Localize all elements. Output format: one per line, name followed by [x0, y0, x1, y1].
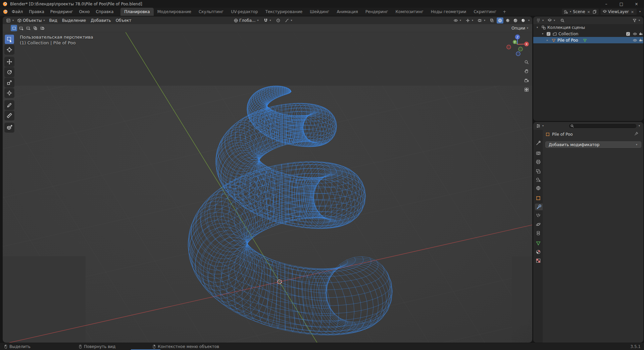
tab-particles[interactable]	[535, 212, 542, 219]
ortho-toggle-button[interactable]	[523, 86, 531, 94]
tab-shading[interactable]: Шейдинг	[306, 8, 333, 16]
scene-selector[interactable]: ▾ Scene ×	[562, 9, 599, 15]
pin-icon[interactable]	[634, 131, 639, 136]
menu-object[interactable]: Объект	[113, 18, 134, 23]
tool-measure-button[interactable]	[5, 111, 14, 120]
object-visibility-selector[interactable]: ▾	[452, 18, 463, 23]
pan-view-button[interactable]	[523, 67, 531, 75]
viewlayer-name[interactable]: ViewLayer	[608, 9, 629, 14]
menu-view[interactable]: Вид	[47, 18, 59, 23]
mode-selector[interactable]: Объекты ▾	[16, 18, 47, 23]
gizmos-toggle[interactable]: ▾	[464, 18, 475, 23]
outliner-row-pile-of-poo[interactable]: ▸ Pile of Poo	[533, 37, 643, 43]
collapse-icon[interactable]: ▾	[537, 26, 538, 29]
tab-modifiers[interactable]	[535, 204, 543, 210]
tab-render[interactable]	[535, 150, 542, 157]
tab-modeling[interactable]: Моделирование	[154, 8, 195, 16]
remove-viewlayer-icon[interactable]: ×	[631, 10, 634, 14]
viewlayer-browse-chevron-icon[interactable]: ▾	[639, 10, 641, 13]
tab-uv-editor[interactable]: UV-редактор	[227, 8, 261, 16]
breadcrumb-object-name[interactable]: Pile of Poo	[552, 132, 573, 137]
transform-orientation-selector[interactable]: Глоба... ▾	[232, 18, 261, 23]
add-workspace-button[interactable]: +	[500, 8, 509, 16]
tab-texture[interactable]	[535, 257, 542, 264]
shading-solid-button[interactable]	[504, 17, 511, 24]
tab-data[interactable]	[535, 240, 542, 247]
camera-view-button[interactable]	[523, 77, 531, 85]
collection-label[interactable]: Collection	[558, 32, 578, 36]
add-modifier-button[interactable]: Добавить модификатор ▾	[545, 141, 641, 148]
outliner-row-scene-collection[interactable]: ▾ Коллекция сцены	[533, 24, 643, 31]
tool-scale-button[interactable]	[5, 78, 14, 87]
tab-material[interactable]	[535, 249, 542, 255]
collapse-icon[interactable]: ▾	[542, 33, 543, 35]
menu-render[interactable]: Рендеринг	[47, 8, 76, 16]
tab-sculpting[interactable]: Скульптинг	[195, 8, 227, 16]
gizmo-minus-z-axis[interactable]	[516, 52, 520, 56]
options-dropdown[interactable]: Опции ▾	[511, 26, 529, 31]
shading-wireframe-button[interactable]	[497, 17, 503, 24]
close-button[interactable]: ×	[629, 0, 644, 8]
gizmo-minus-x-axis[interactable]	[507, 45, 511, 49]
menu-select[interactable]: Выделение	[60, 18, 88, 23]
menu-edit[interactable]: Правка	[26, 8, 47, 16]
editor-properties-icon[interactable]	[536, 124, 541, 128]
tab-layout[interactable]: Планировка	[120, 8, 153, 16]
select-mode-subtract-button[interactable]	[25, 25, 31, 31]
menu-help[interactable]: Справка	[93, 8, 116, 16]
select-mode-new-button[interactable]	[11, 25, 17, 31]
select-mode-extend-button[interactable]	[18, 25, 24, 31]
select-mode-invert-button[interactable]	[32, 25, 38, 31]
tab-rendering[interactable]: Рендеринг	[362, 8, 392, 16]
snap-toggle[interactable]: ▾	[262, 18, 273, 23]
tab-object[interactable]	[535, 195, 542, 202]
exclude-checkbox[interactable]: ✓	[626, 32, 630, 36]
chevron-down-icon[interactable]: ▾	[639, 125, 640, 127]
navigation-gizmo[interactable]: Z X Y	[504, 31, 531, 58]
tool-add-cube-button[interactable]	[5, 123, 14, 132]
expand-icon[interactable]: ▸	[547, 39, 548, 42]
object-label[interactable]: Pile of Poo	[557, 38, 578, 43]
tool-select-box-button[interactable]	[5, 35, 14, 44]
tab-view-layer[interactable]	[535, 168, 542, 175]
tool-annotate-button[interactable]	[5, 100, 14, 110]
collection-checkbox[interactable]: ✓	[547, 32, 550, 36]
tab-texture-paint[interactable]: Текстурирование	[262, 8, 306, 16]
tab-compositing[interactable]: Композитинг	[392, 8, 427, 16]
tool-move-button[interactable]	[5, 57, 14, 67]
menu-add[interactable]: Добавить	[88, 18, 113, 23]
proportional-edit-toggle[interactable]	[275, 18, 282, 23]
tab-scene[interactable]	[535, 176, 542, 183]
render-visibility-icon[interactable]	[639, 38, 643, 43]
hide-eye-icon[interactable]	[633, 38, 637, 43]
tool-transform-button[interactable]	[5, 88, 14, 98]
viewport-canvas[interactable]	[3, 32, 532, 343]
shading-material-button[interactable]	[512, 17, 519, 24]
scene-collection-label[interactable]: Коллекция сцены	[547, 25, 585, 30]
blender-menu-icon[interactable]	[3, 9, 8, 14]
tab-constraints[interactable]	[535, 230, 542, 236]
maximize-button[interactable]: □	[614, 0, 629, 8]
minimize-button[interactable]: –	[599, 0, 614, 8]
new-scene-icon[interactable]	[592, 9, 597, 14]
tab-world[interactable]	[535, 185, 542, 191]
shading-options-chevron-icon[interactable]: ▾	[528, 19, 530, 22]
render-visibility-icon[interactable]	[639, 32, 643, 36]
hide-eye-icon[interactable]	[633, 32, 637, 36]
filter-icon[interactable]	[632, 18, 637, 23]
tab-tool[interactable]	[535, 140, 542, 146]
properties-search-input[interactable]	[568, 123, 637, 129]
scene-browse-chevron-icon[interactable]: ▾	[570, 10, 571, 13]
editor-outliner-icon[interactable]	[536, 18, 541, 23]
shading-rendered-button[interactable]	[520, 17, 527, 24]
scene-name[interactable]: Scene	[573, 9, 585, 14]
tool-rotate-button[interactable]	[5, 68, 14, 77]
unlink-scene-icon[interactable]: ×	[587, 10, 590, 14]
xray-toggle[interactable]	[488, 18, 496, 23]
tab-output[interactable]	[535, 159, 542, 165]
outliner-row-collection[interactable]: ▾ ✓ Collection ✓	[533, 31, 643, 37]
viewlayer-selector[interactable]: ViewLayer ×	[601, 9, 637, 15]
proportional-falloff-selector[interactable]: ▾	[283, 18, 294, 23]
menu-window[interactable]: Окно	[76, 8, 93, 16]
tab-scripting[interactable]: Скриптинг	[470, 8, 500, 16]
